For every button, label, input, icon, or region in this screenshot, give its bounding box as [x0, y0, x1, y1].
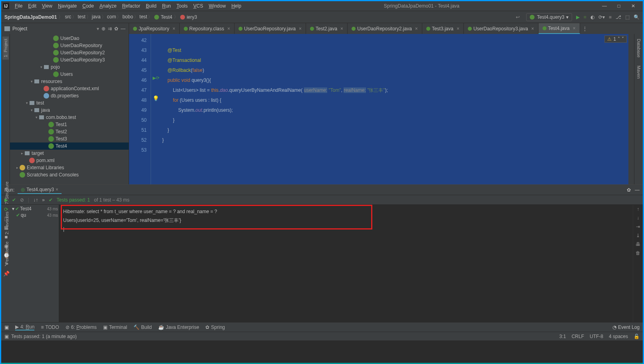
- menu-file[interactable]: File: [12, 2, 25, 10]
- indent[interactable]: 4 spaces: [609, 334, 628, 339]
- bottom-tool-terminal[interactable]: ▣Terminal: [103, 324, 127, 330]
- update-icon[interactable]: ⬚: [625, 14, 630, 20]
- menu-edit[interactable]: Edit: [26, 2, 39, 10]
- tree-item[interactable]: Scratches and Consoles: [10, 171, 129, 178]
- tree-item[interactable]: applicationContext.xml: [10, 85, 129, 92]
- tree-item[interactable]: UserDao: [10, 35, 129, 42]
- sort-button[interactable]: ↓↑: [33, 197, 38, 203]
- close-icon[interactable]: ×: [415, 26, 418, 32]
- profile-button[interactable]: ⟳▾: [598, 14, 605, 20]
- down-icon[interactable]: ˅: [622, 36, 624, 42]
- breadcrumb-segment[interactable]: bobo: [122, 14, 133, 20]
- breadcrumb-project[interactable]: SpringDataJpaDemo01: [4, 14, 57, 20]
- inspection-badge[interactable]: ⚠ 1 ˄ ˅: [604, 36, 627, 43]
- close-icon[interactable]: ×: [56, 187, 58, 192]
- pin2-icon[interactable]: 📌: [3, 271, 10, 277]
- close-icon[interactable]: ×: [299, 26, 302, 32]
- breadcrumb-segment[interactable]: java: [92, 14, 101, 20]
- wrap-icon[interactable]: ⇥: [636, 224, 640, 229]
- status-icon[interactable]: ▣: [4, 334, 9, 339]
- project-tool-tab[interactable]: 1: Project: [2, 36, 9, 59]
- stop-button[interactable]: ■: [609, 14, 612, 20]
- menu-view[interactable]: View: [40, 2, 55, 10]
- close-button[interactable]: ✕: [628, 3, 638, 9]
- project-tree[interactable]: UserDaoUserDaoRepositoryUserDaoRepositor…: [10, 34, 129, 184]
- run-gutter-icon[interactable]: ▶⟳: [153, 75, 159, 81]
- menu-run[interactable]: Run: [160, 2, 173, 10]
- toggle-ignore-button[interactable]: ⊘: [20, 197, 24, 203]
- menu-help[interactable]: Help: [229, 2, 244, 10]
- breadcrumb-segment[interactable]: com: [107, 14, 116, 20]
- tree-item[interactable]: ▾test: [10, 99, 129, 107]
- scroll-icon[interactable]: ⤓: [636, 233, 640, 238]
- menu-tools[interactable]: Tools: [174, 2, 190, 10]
- tree-item[interactable]: ▸target: [10, 150, 129, 157]
- close-icon[interactable]: ×: [227, 26, 230, 32]
- up-icon[interactable]: ˄: [618, 36, 620, 42]
- caret-position[interactable]: 3:1: [559, 334, 566, 339]
- menu-window[interactable]: Window: [206, 2, 228, 10]
- editor-tab[interactable]: Test2.java×: [306, 23, 348, 34]
- encoding[interactable]: UTF-8: [590, 334, 603, 339]
- run-tab[interactable]: ◎ Test4.query3 ×: [18, 186, 62, 194]
- toggle-pass-button[interactable]: ✔: [12, 197, 16, 203]
- close-icon[interactable]: ×: [573, 26, 576, 31]
- clear-icon[interactable]: 🗑: [636, 250, 640, 256]
- select-opened-icon[interactable]: ⊕: [101, 26, 105, 32]
- database-tool-tab[interactable]: Database: [636, 36, 642, 60]
- expand-icon[interactable]: ⇉: [108, 26, 112, 32]
- dropdown-icon[interactable]: ▾: [97, 26, 99, 32]
- breadcrumb-method[interactable]: iery3: [187, 14, 197, 20]
- menu-navigate[interactable]: Navigate: [56, 2, 79, 10]
- editor-tab[interactable]: Repository.class×: [180, 23, 235, 34]
- up-icon[interactable]: ↑: [637, 206, 639, 212]
- bottom-tool-problems[interactable]: ⊘6: Problems: [66, 324, 97, 330]
- bottom-tool-javaenterprise[interactable]: ☕Java Enterprise: [158, 324, 199, 330]
- more-tabs[interactable]: ⋮: [580, 23, 590, 34]
- breadcrumb-segment[interactable]: src: [65, 14, 71, 20]
- hide-icon[interactable]: —: [121, 26, 125, 32]
- tree-item[interactable]: db.properties: [10, 92, 129, 99]
- tree-item[interactable]: UserDaoRepository2: [10, 49, 129, 56]
- hide-icon[interactable]: —: [635, 187, 640, 193]
- settings-icon[interactable]: ✿: [114, 26, 118, 32]
- favorites-tool-tab[interactable]: 2: Favorites: [4, 210, 10, 236]
- menu-refactor[interactable]: Refactor: [120, 2, 143, 10]
- tree-item[interactable]: ▾java: [10, 107, 129, 114]
- run-config-selector[interactable]: Test4.query3 ▾: [526, 13, 572, 21]
- line-ending[interactable]: CRLF: [572, 334, 584, 339]
- menu-code[interactable]: Code: [80, 2, 96, 10]
- persistence-tool-tab[interactable]: Persistence: [4, 240, 10, 266]
- event-log-button[interactable]: ◔Event Log: [612, 324, 640, 330]
- breadcrumb[interactable]: SpringDataJpaDemo01 〉 src〉test〉java〉com〉…: [4, 14, 197, 20]
- settings-icon[interactable]: ✿: [627, 187, 631, 193]
- expand-button[interactable]: »: [42, 197, 45, 203]
- tree-item[interactable]: ▾pojo: [10, 63, 129, 71]
- close-icon[interactable]: ×: [173, 26, 175, 32]
- tree-item[interactable]: ▸External Libraries: [10, 164, 129, 171]
- console-output[interactable]: Hibernate: select * from t_user where us…: [59, 205, 633, 322]
- test-tree[interactable]: ▾✔Test443 ms✔qu43 ms: [11, 205, 59, 322]
- tree-item[interactable]: Users: [10, 71, 129, 78]
- minimize-button[interactable]: —: [600, 3, 609, 9]
- tree-item[interactable]: ▾resources: [10, 78, 129, 85]
- tree-item[interactable]: Test1: [10, 121, 129, 128]
- readonly-icon[interactable]: 🔓: [634, 334, 640, 339]
- tree-item[interactable]: UserDaoRepository: [10, 42, 129, 49]
- close-icon[interactable]: ×: [340, 26, 343, 32]
- error-stripe[interactable]: [628, 34, 634, 184]
- editor-tab[interactable]: UserDaoRepository2.java×: [348, 23, 422, 34]
- maven-tool-tab[interactable]: Maven: [636, 63, 642, 81]
- editor-tab[interactable]: Test4.java×: [539, 23, 580, 34]
- git-icon[interactable]: ⎇: [616, 14, 621, 20]
- editor[interactable]: 424344454647484950515253 ▶⟳ 💡 @Test @Tra…: [129, 34, 634, 184]
- tool-window-icon[interactable]: ▣: [4, 324, 9, 330]
- bottom-tool-spring[interactable]: ✿Spring: [205, 324, 225, 330]
- tree-item[interactable]: Test4: [10, 142, 129, 150]
- maximize-button[interactable]: □: [614, 3, 624, 9]
- coverage-button[interactable]: ◐: [590, 14, 594, 20]
- tree-item[interactable]: ▾com.bobo.test: [10, 114, 129, 121]
- tree-item[interactable]: pom.xml: [10, 157, 129, 164]
- tree-item[interactable]: Test3: [10, 135, 129, 142]
- bottom-tool-run[interactable]: ▶4: Run: [15, 324, 34, 330]
